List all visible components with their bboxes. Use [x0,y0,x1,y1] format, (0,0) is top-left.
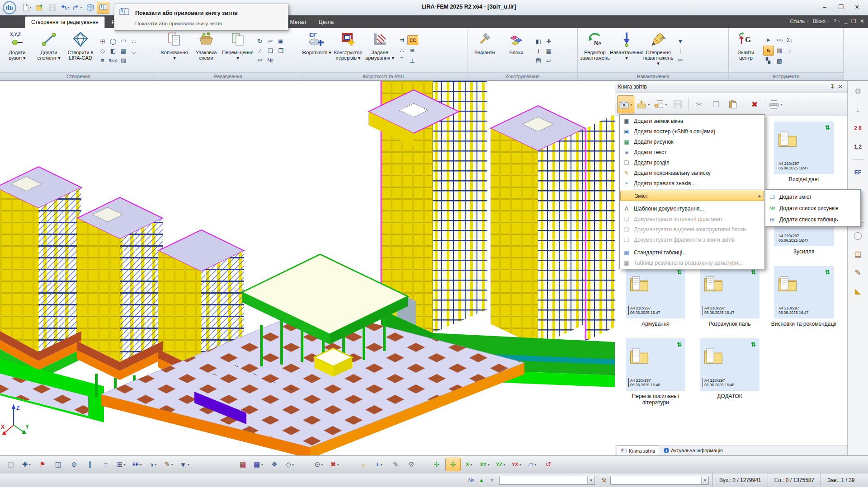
app-logo-icon[interactable] [3,1,16,14]
zoom-search-button[interactable]: ⊙▼ [312,458,326,471]
delete-results-button[interactable]: ✖▼ [328,458,342,471]
load-editor-button[interactable]: №Редактор завантажень [580,29,610,72]
delete-red-icon[interactable]: ✄ [255,56,265,65]
pan-move-dropdown-icon[interactable]: ▼ [28,463,31,466]
view-plane-button[interactable]: ▱▼ [525,458,540,471]
prev-load-button[interactable]: ▲ [477,476,486,485]
menu-item-add-section[interactable]: ❏Додати розділ [620,157,764,168]
submenu-item-add-figure-list[interactable]: №Додати список рисунків [765,202,860,214]
pack-scheme-button[interactable]: Упаковка схеми [191,29,222,72]
report-card-conclusions[interactable]: ⇅A4 210x29706.06.2025 16:47Висновки та р… [770,266,838,337]
flag2-icon[interactable]: ▱ [544,56,554,65]
submenu-item-add-toc[interactable]: ❏Додати зміст [765,191,860,202]
close-button[interactable]: ✕ [849,1,865,13]
c-grid-icon[interactable]: ▚ [763,56,773,65]
report-card-references[interactable]: ⇅A4 210x29706.06.2025 16:48Перелік посил… [622,338,689,410]
parallel-planes-button[interactable]: ∥ [83,458,97,471]
wheel-button[interactable]: ◯ [851,229,865,241]
move-button[interactable]: Переміщення ▾ [222,29,253,72]
ef-edit-button[interactable]: EF [851,167,865,178]
clip-circle-button[interactable]: ⊘ [67,458,81,471]
arrows-red-icon[interactable]: ⇉ [397,35,407,44]
save-report-button[interactable] [670,96,686,113]
variants-button[interactable]: Варіанти [469,29,500,72]
report-card-thumbnail[interactable]: ⇅A4 210x29706.06.2025 16:47 [700,266,760,318]
local-axes-dropdown-icon[interactable]: ▼ [380,463,383,466]
pages-icon[interactable]: ❐ [276,46,286,55]
mesh-view-button[interactable]: ⊞▼ [114,458,129,471]
view-xy-dropdown-icon[interactable]: ▼ [487,463,490,466]
report-card-thumbnail[interactable]: ⇅A4 210x29706.06.2025 16:48 [626,338,685,391]
view-3d-button[interactable] [84,2,96,13]
redo-button[interactable]: ▼ [71,2,83,13]
menu-item-add-picture[interactable]: ▦Додати рисунок [620,136,764,147]
refresh-icon[interactable]: ↻ [763,46,774,56]
delete-button[interactable]: ✖ [746,96,763,113]
sum-down-icon[interactable]: Σ↓ [785,35,795,44]
menu-item-doc-selected-blocks[interactable]: ❏Документувати виділені конструктивні бл… [620,224,764,234]
view-x-button[interactable]: X▼ [462,458,476,471]
next-load-button[interactable]: ▼ [487,476,496,485]
cube-axes-icon[interactable]: ◧ [108,46,118,55]
stiffness-button[interactable]: EFЖорсткості ▾ [301,29,332,72]
add-element-button[interactable]: Додати елемент ▾ [33,29,64,72]
add-node-button[interactable]: X,Y,ZДодати вузол ▾ [2,29,33,72]
undo-dropdown-icon[interactable]: ▼ [67,6,70,9]
dash-grid-icon[interactable]: ▨ [118,56,128,65]
pan-move-button[interactable]: ✚▼ [19,458,34,471]
dof-grid-red-button[interactable]: ▦ [236,458,250,471]
menu-item-doc-current-fragment[interactable]: ❏Документувати поточний фрагмент [620,214,764,224]
menu-item-add-explanatory-note[interactable]: ✎Додати пояснювальну записку [620,168,764,178]
report-book-toggle-button[interactable] [97,2,109,14]
paint-button[interactable]: ✎▼ [162,458,176,471]
load-create-button[interactable]: Створення навантажень ▾ [643,29,674,72]
open-document-button[interactable] [33,2,45,13]
frame-select-button[interactable]: ❖ [267,458,282,471]
numbering-icon[interactable]: № [265,56,275,65]
view-z-button[interactable]: ✢ [445,458,461,471]
new-document-dropdown-icon[interactable]: ▼ [29,6,32,9]
invert-selection-button[interactable]: ◑▼ [146,458,160,471]
polyfilter-dropdown-icon[interactable]: ▼ [292,463,295,466]
ef-view-dropdown-icon[interactable]: ▼ [139,463,142,466]
menu-item-doc-fragments-from-book[interactable]: ❏Документувати фрагменти з книги звітів [620,234,764,245]
report-card-source-data[interactable]: ⇅A4 210x29706.06.2025 16:47Вихідні дані [770,122,838,193]
blocks2-icon[interactable]: ▩ [774,56,784,65]
view-x-dropdown-icon[interactable]: ▼ [470,463,473,466]
cut-nodes-icon[interactable]: ✂ [265,37,275,46]
menu-item-add-poster[interactable]: ▣Додати постер (+Shift з опціями) [620,126,764,136]
view-yx-button[interactable]: YX▼ [509,458,524,471]
tab-report-book[interactable]: Книга звітів [617,445,659,456]
select-zoom-icon[interactable]: ▣ [276,37,286,46]
menu-mdi-restore[interactable]: ❐ [851,18,856,24]
add-snapshot-dropdown-icon[interactable]: ▼ [630,103,633,106]
menu-item-content[interactable]: Зміст► [620,191,764,201]
pencil-plus-icon[interactable]: ✚ [544,37,554,46]
filter-funnel-dropdown-icon[interactable]: ▼ [187,463,190,466]
copy-fragment-icon[interactable]: ❏ [265,46,275,55]
menu-mdi-close[interactable]: ✕ [860,18,864,24]
support-tee-icon[interactable]: ⊥ [407,56,417,65]
cut-button[interactable]: ✂ [691,96,707,113]
view-yx-dropdown-icon[interactable]: ▼ [519,463,522,466]
find-center-button[interactable]: GЗнайти центр [731,29,761,72]
copy-button[interactable]: ❐ [708,96,724,113]
select-dashed-button[interactable]: ▢ [4,458,18,471]
cursor-icon[interactable]: ➤ [763,35,773,44]
load-number-button[interactable]: № [467,476,476,485]
minimize-button[interactable]: – [816,1,833,13]
menu-item-add-window-snapshot[interactable]: ▣Додати знімок вікна [620,116,764,126]
paint-dropdown-icon[interactable]: ▼ [170,463,174,466]
fxy-icon[interactable]: f(x,y) [108,56,118,65]
building-icon[interactable]: ≡ [98,56,108,65]
cube2-icon[interactable]: ◧ [533,37,543,46]
loadcase-combo[interactable]: ▼ [499,476,595,485]
cut-load-icon[interactable]: ✂ [675,56,685,65]
create-lira-cad-button[interactable]: Створити в LIRA-CAD [65,29,96,72]
result-down-button[interactable]: ↓ [851,104,865,116]
truss-icon[interactable]: ◇ [98,46,108,55]
blocks-button[interactable]: Блоки [501,29,532,72]
report-card-thumbnail[interactable]: ⇅A4 210x29706.06.2025 16:47 [626,266,685,318]
strip-load-icon[interactable]: ⋮ [675,46,685,55]
open-report-button[interactable]: ▼ [652,96,669,113]
